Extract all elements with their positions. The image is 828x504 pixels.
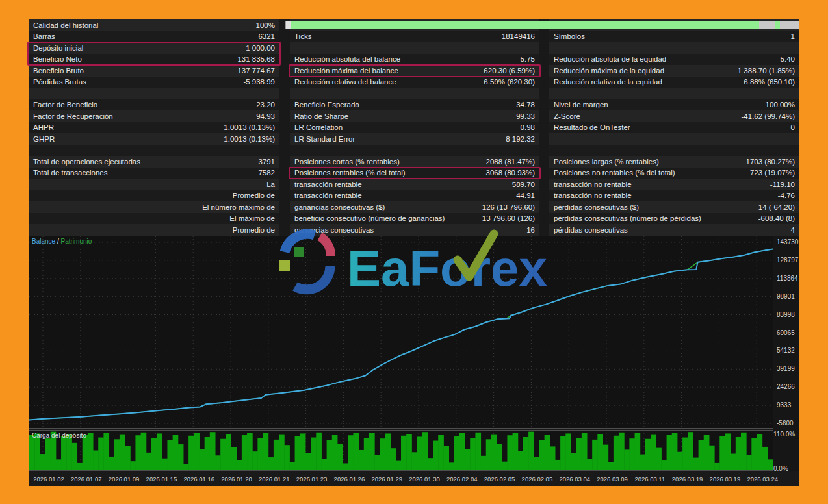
deposit-load-svg — [29, 431, 773, 470]
stat-value: 23.20 — [256, 101, 275, 108]
stat-label: Resultado de OnTester — [554, 123, 630, 131]
stat-cell: Beneficio Esperado34.78 — [290, 99, 539, 111]
x-axis-date-label: 2026.03.11 — [634, 475, 665, 483]
stat-cell: El máximo de — [29, 213, 279, 225]
stat-cell: pérdidas consecutivas4 — [549, 224, 799, 236]
stat-cell: Promedio de — [29, 224, 279, 236]
x-axis-date-label: 2026.01.07 — [71, 475, 102, 483]
stat-row: Depósito inicial1 000.00 — [29, 42, 799, 54]
stat-value: 1 — [791, 32, 795, 40]
stat-label: pérdidas consecutivas ($) — [554, 203, 639, 211]
x-axis-date-label: 2026.02.04 — [446, 475, 478, 483]
x-axis-date-label: 2026.03.19 — [710, 475, 741, 483]
balance-chart[interactable]: Balance / Patrimonio — [29, 236, 773, 429]
y-axis-tick: 98931 — [777, 293, 795, 300]
stat-value: 4 — [791, 226, 795, 234]
stat-value: 3068 (80.93%) — [486, 169, 535, 177]
stat-cell: Posiciones largas (% rentables)1703 (80.… — [549, 156, 799, 168]
stat-cell: AHPR1.0013 (0.13%) — [29, 122, 279, 134]
stat-cell: La — [29, 179, 279, 190]
stat-label: ganancias consecutivas ($) — [294, 203, 385, 211]
stat-label: Posiciones largas (% rentables) — [554, 158, 659, 166]
legend-balance-label: Balance — [32, 238, 55, 245]
stat-label: GHPR — [33, 135, 55, 143]
stat-cell: Resultado de OnTester0 — [549, 122, 799, 134]
stat-cell: Nivel de margen100.00% — [549, 99, 799, 111]
balance-curve-svg — [29, 236, 773, 428]
stat-label: transacción rentable — [294, 192, 362, 199]
stat-cell — [549, 42, 799, 54]
stat-label: Z-Score — [554, 112, 580, 120]
stat-row: Promedio detransacción rentable44.91tran… — [29, 190, 799, 202]
progress-segment — [780, 21, 799, 29]
stat-cell: Posiciones cortas (% rentables)2088 (81.… — [290, 156, 539, 168]
stat-cell: Símbolos1 — [549, 31, 799, 43]
stat-label: Reducción máxima del balance — [294, 67, 398, 75]
stat-row: Latransacción rentable589.70transacción … — [29, 179, 799, 190]
x-axis-date-label: 2026.01.20 — [221, 475, 252, 483]
stat-value: 126 (13 796.60) — [482, 203, 535, 211]
stat-cell: Promedio de — [29, 190, 279, 202]
stat-value: 2088 (81.47%) — [486, 158, 535, 166]
x-axis-date-label: 2026.01.21 — [259, 475, 290, 483]
stat-label: Reducción relativa del balance — [294, 78, 396, 86]
stat-value: -4.76 — [778, 192, 795, 199]
stat-cell: transacción rentable589.70 — [290, 179, 539, 190]
stat-label: Promedio de — [233, 226, 275, 234]
stat-value: 99.33 — [516, 112, 535, 120]
stat-value: 16 — [526, 226, 535, 234]
x-axis-date-label: 2026.01.30 — [409, 475, 440, 483]
stat-cell: Posiciones no rentables (% del total)723… — [549, 168, 799, 179]
stat-value: 5.40 — [781, 55, 795, 63]
stat-value: 0 — [791, 123, 795, 131]
deposit-load-chart[interactable]: Carga del depósito — [29, 430, 773, 471]
stat-cell: Barras6321 — [29, 31, 279, 43]
y-axis-tick: -5600 — [777, 420, 794, 427]
stat-value: 6.88% (650.10) — [744, 78, 795, 86]
stat-row: Total de transacciones7582Posiciones ren… — [29, 168, 799, 179]
stat-value: 131 835.68 — [237, 55, 275, 63]
stat-cell: Reducción máxima de la equidad1 388.70 (… — [549, 65, 799, 77]
stat-cell: pérdidas consecutivas ($)14 (-64.20) — [549, 201, 799, 213]
stat-cell — [290, 42, 539, 54]
stat-cell — [549, 145, 799, 157]
stat-label: El máximo de — [229, 214, 275, 222]
progress-segment — [759, 21, 775, 29]
stat-cell: Factor de Beneficio23.20 — [29, 99, 279, 111]
x-axis-date-label: 2026.01.15 — [146, 475, 177, 483]
x-axis: 2026.01.022026.01.072026.01.092026.01.15… — [29, 472, 799, 486]
stat-row — [29, 88, 799, 99]
stat-value: 1.0013 (0.13%) — [224, 135, 275, 143]
stat-cell: Beneficio Neto131 835.68 — [29, 54, 279, 66]
stat-cell: Reducción absoluta de la equidad5.40 — [549, 54, 799, 66]
stat-row: Factor de Recuperación94.93Ratio de Shar… — [29, 110, 799, 122]
subplot-top-tick: 110.0% — [773, 431, 795, 438]
stat-label: Nivel de margen — [554, 101, 608, 108]
y-axis-tick: 83998 — [777, 311, 795, 318]
stat-row: Total de operaciones ejecutadas3791Posic… — [29, 156, 799, 168]
stat-label: Beneficio Neto — [33, 55, 82, 63]
stat-value: 7582 — [258, 169, 275, 177]
legend-equity-label: Patrimonio — [60, 238, 92, 245]
y-axis-tick: 69065 — [777, 329, 795, 336]
stat-cell: Calidad del historial100% — [29, 19, 279, 31]
stat-label: Ticks — [294, 32, 311, 40]
stat-cell: Total de operaciones ejecutadas3791 — [29, 156, 279, 168]
stat-cell: Ticks18149416 — [290, 31, 539, 43]
stat-label: Promedio de — [233, 192, 275, 199]
stat-label: Reducción máxima de la equidad — [554, 67, 664, 75]
stat-value: 44.91 — [516, 192, 535, 199]
stat-row — [29, 145, 799, 157]
stat-label: Posiciones rentables (% del total) — [294, 169, 406, 177]
stat-label: Calidad del historial — [33, 21, 98, 29]
strategy-tester-report: Calidad del historial100%Barras6321Ticks… — [29, 19, 799, 486]
stat-row: Pérdidas Brutas-5 938.99Reducción relati… — [29, 77, 799, 88]
stat-value: 6.59% (620.30) — [484, 78, 535, 86]
stat-value: -41.62 (99.74%) — [742, 112, 795, 120]
stat-label: Total de operaciones ejecutadas — [33, 158, 140, 166]
stat-value: 94.93 — [256, 112, 275, 120]
stat-label: Beneficio Esperado — [294, 101, 359, 108]
stat-cell: Pérdidas Brutas-5 938.99 — [29, 77, 279, 88]
stat-value: -119.10 — [770, 181, 795, 188]
stat-label: transacción rentable — [294, 181, 362, 188]
